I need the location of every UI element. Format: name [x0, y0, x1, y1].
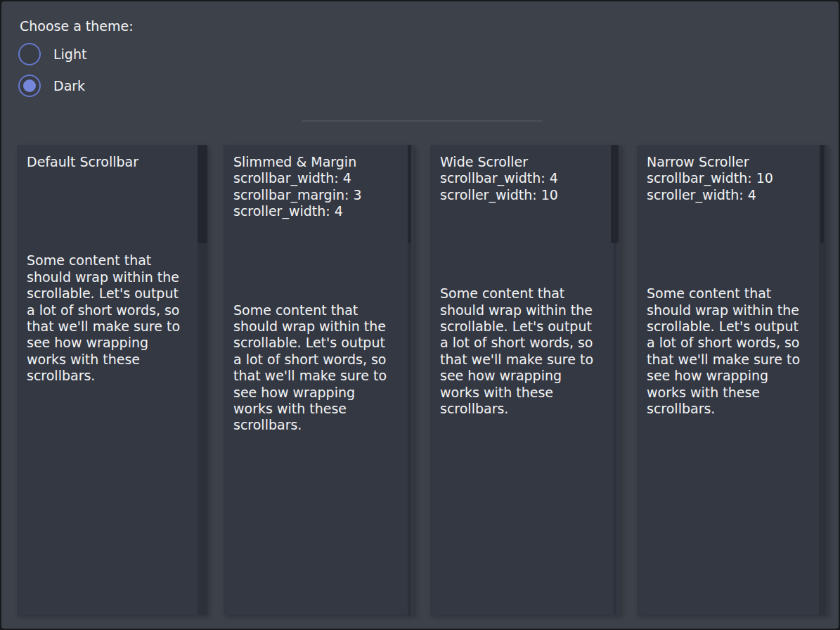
scrollbar-thumb[interactable] — [611, 145, 619, 243]
panel-default-scrollbar-header: Default Scrollbar — [27, 154, 193, 170]
panel-wide-scroller-header: Wide Scroller scrollbar_width: 4 scrolle… — [440, 154, 607, 203]
radio-light-label: Light — [53, 46, 86, 62]
scrollbar-thumb[interactable] — [408, 145, 411, 243]
panel-narrow-scroller-content: Some content that should wrap within the… — [647, 285, 813, 417]
section-divider — [302, 120, 543, 122]
panel-narrow-scroller[interactable]: Narrow Scroller scrollbar_width: 10 scro… — [637, 145, 827, 615]
app-window: Choose a theme: Light Dark Default Scrol… — [0, 0, 840, 630]
radio-dark-label: Dark — [53, 78, 85, 94]
scrollbar-demo-panels: Default Scrollbar Some content that shou… — [17, 145, 827, 615]
scrollbar-thumb[interactable] — [198, 145, 207, 243]
panel-wide-scroller[interactable]: Wide Scroller scrollbar_width: 4 scrolle… — [430, 145, 621, 615]
panel-default-scrollbar-content: Some content that should wrap within the… — [27, 252, 193, 384]
radio-light-circle-icon[interactable] — [18, 43, 41, 65]
panel-slimmed-margin-content: Some content that should wrap within the… — [233, 302, 400, 434]
radio-dark-dot-icon — [23, 79, 36, 92]
panel-default-scrollbar[interactable]: Default Scrollbar Some content that shou… — [17, 145, 207, 615]
panel-slimmed-margin[interactable]: Slimmed & Margin scrollbar_width: 4 scro… — [224, 145, 414, 615]
panel-wide-scroller-content: Some content that should wrap within the… — [440, 285, 607, 417]
panel-narrow-scroller-header: Narrow Scroller scrollbar_width: 10 scro… — [647, 154, 813, 203]
theme-chooser-label: Choose a theme: — [20, 18, 134, 34]
radio-option-dark[interactable]: Dark — [18, 75, 85, 97]
panel-slimmed-margin-header: Slimmed & Margin scrollbar_width: 4 scro… — [233, 154, 400, 220]
radio-option-light[interactable]: Light — [18, 43, 86, 65]
scrollbar-thumb[interactable] — [820, 145, 824, 243]
radio-dark-circle-icon[interactable] — [18, 75, 41, 97]
